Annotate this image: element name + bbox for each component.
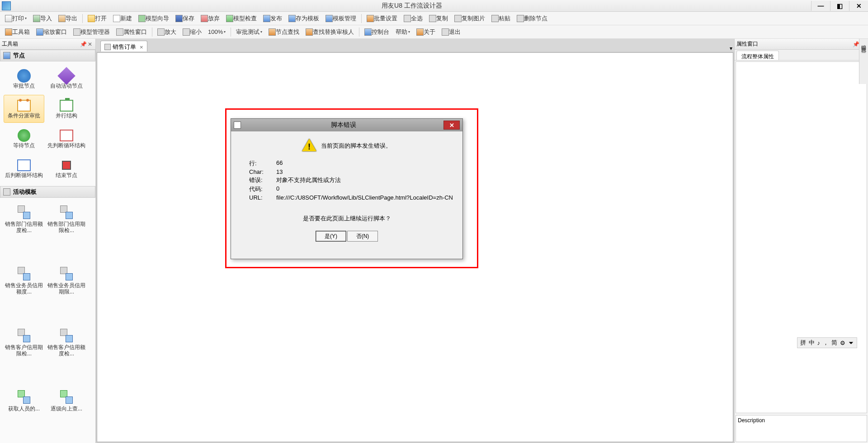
- batch-set-icon: [367, 15, 374, 22]
- node-item-5[interactable]: 先判断循环结构: [46, 125, 87, 153]
- close-button[interactable]: ✕: [849, 1, 868, 11]
- zoom-out-button[interactable]: 缩小: [180, 27, 204, 37]
- template-item-1[interactable]: 销售部门信用期限检...: [46, 201, 87, 261]
- zoom-in-button[interactable]: 放大: [155, 27, 179, 37]
- property-window-button[interactable]: 属性窗口: [113, 27, 150, 37]
- exit-button[interactable]: 退出: [439, 27, 463, 37]
- saveas-template-button[interactable]: 存为模板: [286, 14, 322, 23]
- help-button[interactable]: 帮助▾: [393, 27, 413, 37]
- ime-item-1[interactable]: 中: [809, 339, 815, 347]
- import-button[interactable]: 导入: [30, 14, 55, 23]
- template-item-4[interactable]: 销售客户信用期限检...: [4, 325, 44, 384]
- save-icon: [175, 15, 183, 22]
- wizard-button[interactable]: 模型向导: [136, 14, 172, 23]
- new-button[interactable]: 新建: [110, 14, 135, 23]
- node-item-7[interactable]: 结束节点: [46, 154, 87, 182]
- copy-image-button[interactable]: 复制图片: [452, 14, 488, 23]
- node-item-1[interactable]: 自动活动节点: [46, 65, 87, 93]
- print-button[interactable]: 打印▾: [2, 14, 29, 23]
- pin-icon[interactable]: 📌: [80, 41, 86, 47]
- ime-item-2[interactable]: ♪: [817, 340, 821, 346]
- row-url-label: URL:: [249, 194, 276, 201]
- minimize-button[interactable]: —: [811, 1, 830, 11]
- select-all-icon: [404, 15, 411, 22]
- nodes-grid: 审批节点自动活动节点条件分派审批并行结构等待节点先判断循环结构后判断循环结构结束…: [0, 61, 95, 186]
- property-panel: 属性窗口 📌 ✕ 流程整体属性 拼中♪，简⚙⏷ Description: [734, 39, 868, 443]
- nodes-section-header[interactable]: 节点: [0, 50, 95, 61]
- node-label: 结束节点: [56, 172, 77, 178]
- ime-bar[interactable]: 拼中♪，简⚙⏷: [797, 337, 858, 348]
- dialog-yes-button[interactable]: 是(Y): [316, 231, 346, 242]
- template-manager-icon: [326, 15, 333, 22]
- template-item-6[interactable]: 获取人员的...: [4, 386, 44, 439]
- property-panel-title: 属性窗口: [736, 40, 853, 48]
- find-replace-approver-button[interactable]: 查找替换审核人: [303, 27, 357, 37]
- zoom-window-button[interactable]: 缩放窗口: [33, 27, 70, 37]
- ime-item-4[interactable]: 简: [831, 339, 837, 347]
- template-icon: [16, 390, 32, 404]
- template-item-2[interactable]: 销售业务员信用额度...: [4, 263, 44, 322]
- template-icon: [16, 267, 32, 280]
- right-dock-strip[interactable]: 编辑回跳器: [859, 39, 868, 84]
- toolbox-button[interactable]: 工具箱: [2, 27, 33, 37]
- select-all-button[interactable]: 全选: [401, 14, 425, 23]
- node-item-4[interactable]: 等待节点: [4, 125, 44, 153]
- node-item-6[interactable]: 后判断循环结构: [4, 154, 44, 182]
- publish-button[interactable]: 发布: [260, 14, 285, 23]
- batch-set-button[interactable]: 批量设置: [364, 14, 400, 23]
- template-label: 销售客户信用额度检...: [47, 344, 85, 357]
- template-label: 销售业务员信用期限...: [47, 282, 85, 295]
- template-manager-button[interactable]: 模板管理: [323, 14, 359, 23]
- node-item-2[interactable]: 条件分派审批: [4, 95, 44, 123]
- document-tab-strip: 销售订单 × ▾: [96, 39, 734, 51]
- console-icon: [364, 28, 372, 36]
- ime-item-3[interactable]: ，: [823, 339, 829, 347]
- dialog-no-button[interactable]: 否(N): [347, 231, 378, 242]
- export-button[interactable]: 导出: [56, 14, 80, 23]
- exit-icon: [442, 28, 449, 36]
- toolbox-title: 工具箱: [2, 40, 80, 48]
- template-icon: [16, 329, 32, 342]
- dialog-question: 是否要在此页面上继续运行脚本？: [240, 215, 453, 223]
- property-tab-workflow[interactable]: 流程整体属性: [736, 51, 779, 60]
- dialog-close-button[interactable]: ✕: [443, 121, 460, 130]
- open-button[interactable]: 打开: [85, 14, 109, 23]
- row-code-value: 0: [276, 185, 453, 193]
- template-item-7[interactable]: 逐级向上查...: [46, 386, 87, 439]
- template-item-0[interactable]: 销售部门信用额度检...: [4, 201, 44, 261]
- save-button[interactable]: 保存: [173, 14, 197, 23]
- template-icon: [58, 205, 75, 219]
- tab-strip-menu-icon[interactable]: ▾: [730, 45, 732, 51]
- document-tab[interactable]: 销售订单 ×: [100, 41, 147, 51]
- ime-item-0[interactable]: 拼: [800, 339, 806, 347]
- find-node-button[interactable]: 节点查找: [266, 27, 302, 37]
- document-tab-close[interactable]: ×: [140, 44, 143, 51]
- row-char-label: Char:: [249, 168, 276, 175]
- paste-button[interactable]: 粘贴: [489, 14, 513, 23]
- check-button[interactable]: 模型检查: [223, 14, 259, 23]
- model-manager-button[interactable]: 模型管理器: [71, 27, 113, 37]
- approve-test-button[interactable]: 审批测试▾: [233, 27, 265, 37]
- template-icon: [58, 267, 75, 280]
- zoom-in-icon: [157, 28, 165, 36]
- discard-button[interactable]: 放弃: [198, 14, 222, 23]
- maximize-button[interactable]: ◧: [830, 1, 849, 11]
- copy-button[interactable]: 复制: [426, 14, 451, 23]
- node-item-3[interactable]: 并行结构: [46, 95, 87, 123]
- template-item-5[interactable]: 销售客户信用额度检...: [46, 325, 87, 384]
- property-tabs: 流程整体属性: [735, 50, 868, 61]
- node-item-0[interactable]: 审批节点: [4, 65, 44, 93]
- zoom-percent-dropdown[interactable]: 100%▾: [205, 28, 228, 36]
- ime-item-5[interactable]: ⚙: [840, 340, 845, 346]
- property-pin-icon[interactable]: 📌: [853, 41, 859, 47]
- template-item-3[interactable]: 销售业务员信用期限...: [46, 263, 87, 322]
- templates-section-header[interactable]: 活动模板: [0, 186, 95, 198]
- panel-close-button[interactable]: ✕: [86, 41, 94, 48]
- zoom-out-icon: [183, 28, 190, 36]
- console-button[interactable]: 控制台: [362, 27, 392, 37]
- ime-item-6[interactable]: ⏷: [848, 340, 854, 346]
- document-tab-icon: [104, 44, 111, 50]
- delete-node-button[interactable]: 删除节点: [514, 14, 550, 23]
- titlebar: 用友U8 工作流设计器 — ◧ ✕: [0, 0, 868, 12]
- about-button[interactable]: 关于: [414, 27, 438, 37]
